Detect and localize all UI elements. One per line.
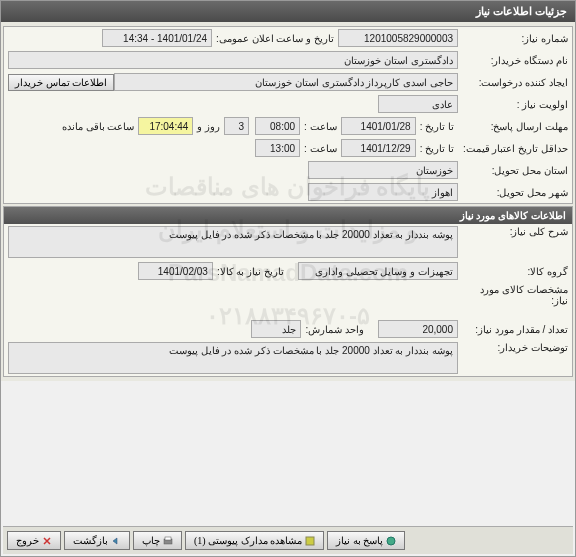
unit-label: واحد شمارش: [301, 324, 368, 335]
price-validity-label: حداقل تاریخ اعتبار قیمت: [458, 143, 568, 154]
price-validity-time: 13:00 [255, 139, 300, 157]
reply-label: پاسخ به نیاز [336, 535, 383, 546]
remaining-label: ساعت باقی مانده [58, 121, 139, 132]
to-date-label-1: تا تاریخ : [416, 121, 458, 132]
time-label-2: ساعت : [300, 143, 341, 154]
contact-info-button[interactable]: اطلاعات تماس خریدار [8, 74, 114, 91]
modal-title-bar: جزئیات اطلاعات نیاز [1, 1, 575, 22]
attachment-icon [305, 536, 315, 546]
creator-label: ایجاد کننده درخواست: [458, 77, 568, 88]
days-and-label: روز و [193, 121, 224, 132]
reply-icon [386, 536, 396, 546]
unit-value: جلد [251, 320, 301, 338]
row-delivery-city: شهر محل تحویل: اهواز [4, 181, 572, 203]
modal-root: جزئیات اطلاعات نیاز شماره نیاز: 12010058… [0, 0, 576, 557]
time-remaining: 17:04:44 [138, 117, 193, 135]
group-value: تجهیزات و وسایل تحصیلی واداری [298, 262, 458, 280]
footer-bar: پاسخ به نیاز مشاهده مدارک پیوستی (1) چاپ… [3, 526, 573, 554]
to-date-label-2: تا تاریخ : [416, 143, 458, 154]
announce-date-value: 1401/01/24 - 14:34 [102, 29, 212, 47]
row-reply-deadline: مهلت ارسال پاسخ: تا تاریخ : 1401/01/28 س… [4, 115, 572, 137]
delivery-province-value: خوزستان [308, 161, 458, 179]
desc-value: پوشه بنددار به تعداد 20000 جلد با مشخصات… [8, 226, 458, 258]
row-buyer-org: نام دستگاه خریدار: دادگستری استان خوزستا… [4, 49, 572, 71]
desc-label: شرح کلی نیاز: [458, 226, 568, 237]
attachments-label: مشاهده مدارک پیوستی (1) [194, 535, 302, 546]
reply-button[interactable]: پاسخ به نیاز [327, 531, 405, 550]
svg-rect-1 [306, 537, 314, 545]
priority-label: اولویت نیاز : [458, 99, 568, 110]
row-need-number: شماره نیاز: 1201005829000003 تاریخ و ساع… [4, 27, 572, 49]
modal-title: جزئیات اطلاعات نیاز [476, 5, 567, 17]
reply-deadline-date: 1401/01/28 [341, 117, 416, 135]
announce-date-label: تاریخ و ساعت اعلان عمومی: [212, 33, 338, 44]
qty-value: 20,000 [378, 320, 458, 338]
row-spec: مشخصات کالای مورد نیاز: [4, 282, 572, 318]
price-validity-date: 1401/12/29 [341, 139, 416, 157]
goods-section-header: اطلاعات کالاهای مورد نیاز [4, 207, 572, 224]
reply-deadline-time: 08:00 [255, 117, 300, 135]
back-icon [111, 536, 121, 546]
print-label: چاپ [142, 535, 160, 546]
time-label-1: ساعت : [300, 121, 341, 132]
qty-label: تعداد / مقدار مورد نیاز: [458, 324, 568, 335]
row-desc: شرح کلی نیاز: پوشه بنددار به تعداد 20000… [4, 224, 572, 260]
need-date-label: تاریخ نیاز به کالا: [213, 266, 288, 277]
row-priority: اولویت نیاز : عادی [4, 93, 572, 115]
buyer-notes-value: پوشه بنددار به تعداد 20000 جلد با مشخصات… [8, 342, 458, 374]
exit-icon [42, 536, 52, 546]
need-number-label: شماره نیاز: [458, 33, 568, 44]
header-section: شماره نیاز: 1201005829000003 تاریخ و ساع… [3, 26, 573, 204]
reply-deadline-label: مهلت ارسال پاسخ: [458, 121, 568, 132]
svg-rect-3 [165, 537, 171, 540]
print-button[interactable]: چاپ [133, 531, 182, 550]
back-label: بازگشت [73, 535, 108, 546]
exit-button[interactable]: خروج [7, 531, 61, 550]
row-delivery-province: استان محل تحویل: خوزستان [4, 159, 572, 181]
print-icon [163, 536, 173, 546]
row-qty: تعداد / مقدار مورد نیاز: 20,000 واحد شما… [4, 318, 572, 340]
row-group: گروه کالا: تجهیزات و وسایل تحصیلی واداری… [4, 260, 572, 282]
attachments-button[interactable]: مشاهده مدارک پیوستی (1) [185, 531, 324, 550]
buyer-org-value: دادگستری استان خوزستان [8, 51, 458, 69]
row-creator: ایجاد کننده درخواست: حاجی اسدی کارپرداز … [4, 71, 572, 93]
exit-label: خروج [16, 535, 39, 546]
spec-label: مشخصات کالای مورد نیاز: [458, 284, 568, 306]
modal-content: شماره نیاز: 1201005829000003 تاریخ و ساع… [1, 22, 575, 381]
days-remaining: 3 [224, 117, 249, 135]
goods-section: اطلاعات کالاهای مورد نیاز شرح کلی نیاز: … [3, 206, 573, 377]
delivery-city-value: اهواز [308, 183, 458, 201]
need-number-value: 1201005829000003 [338, 29, 458, 47]
group-label: گروه کالا: [458, 266, 568, 277]
priority-value: عادی [378, 95, 458, 113]
buyer-notes-label: توضیحات خریدار: [458, 342, 568, 353]
need-date-value: 1401/02/03 [138, 262, 213, 280]
delivery-city-label: شهر محل تحویل: [458, 187, 568, 198]
back-button[interactable]: بازگشت [64, 531, 130, 550]
creator-value: حاجی اسدی کارپرداز دادگستری استان خوزستا… [114, 73, 458, 91]
delivery-province-label: استان محل تحویل: [458, 165, 568, 176]
row-buyer-notes: توضیحات خریدار: پوشه بنددار به تعداد 200… [4, 340, 572, 376]
row-price-validity: حداقل تاریخ اعتبار قیمت: تا تاریخ : 1401… [4, 137, 572, 159]
buyer-org-label: نام دستگاه خریدار: [458, 55, 568, 66]
svg-point-0 [387, 537, 395, 545]
